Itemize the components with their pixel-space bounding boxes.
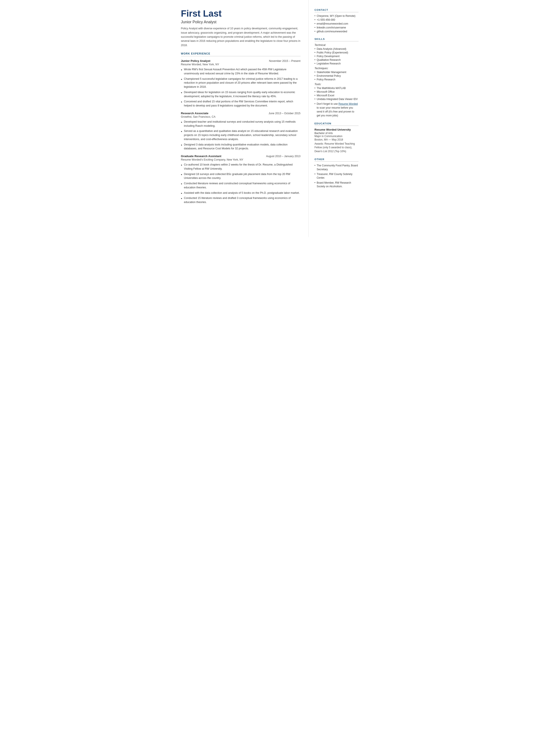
rw-note: Don't forget to use Resume Worded to sca…	[315, 102, 358, 118]
job-bullets-2: Co-authored 10 book chapters within 2 we…	[181, 163, 300, 204]
job-bullets-0: Wrote RW's first Sexual Assault Preventi…	[181, 68, 300, 108]
edu-block: Resume Worded University Bachelor of Art…	[315, 128, 358, 153]
list-item: github.com/resumeworded	[315, 30, 358, 33]
job-company-0: Resume Worded, New York, NY	[181, 63, 300, 66]
techniques-skills-list: Stakeholder Management Environmental Pol…	[315, 71, 358, 81]
contact-section: CONTACT Cheyenne, WY (Open to Remote) +1…	[315, 9, 358, 33]
list-item: Developed teacher and institutional surv…	[181, 120, 300, 128]
list-item: Policy Development	[315, 55, 358, 58]
list-item: Board Member, RW Research Society on Alc…	[315, 181, 358, 188]
job-dates-1: June 2013 – October 2015	[268, 112, 300, 115]
list-item: Wrote RW's first Sexual Assault Preventi…	[181, 68, 300, 76]
name-heading: First Last	[181, 9, 300, 18]
list-item: linkedin.com/in/username	[315, 26, 358, 29]
list-item: Microsoft Excel	[315, 94, 358, 97]
skills-header: SKILLS	[315, 38, 358, 42]
job-block-0: Junior Policy Analyst November 2015 – Pr…	[181, 59, 300, 108]
edu-major: Major in Communication	[315, 135, 358, 138]
list-item: Data Analysis (Advanced)	[315, 47, 358, 50]
job-title-2: Graduate Research Assistant	[181, 154, 221, 158]
list-item: Policy Research	[315, 78, 358, 81]
other-section: OTHER The Community Food Pantry, Board S…	[315, 158, 358, 188]
job-block-1: Research Associate June 2013 – October 2…	[181, 112, 300, 151]
other-header: OTHER	[315, 158, 358, 162]
list-item: Qualitative Research	[315, 58, 358, 61]
list-item: +1-555-456-000	[315, 18, 358, 21]
work-experience-section: WORK EXPERIENCE Junior Policy Analyst No…	[181, 52, 300, 204]
education-header: EDUCATION	[315, 122, 358, 126]
list-item: Assisted with the data collection and an…	[181, 191, 300, 195]
list-item: Conducted literature reviews and constru…	[181, 182, 300, 190]
right-column: CONTACT Cheyenne, WY (Open to Remote) +1…	[309, 0, 365, 237]
techniques-label: Techniques:	[315, 67, 358, 70]
list-item: The Community Food Pantry, Board Secreta…	[315, 164, 358, 171]
job-title-heading: Junior Policy Analyst	[181, 20, 300, 24]
other-list: The Community Food Pantry, Board Secreta…	[315, 164, 358, 188]
edu-degree: Bachelor of Arts	[315, 132, 358, 135]
list-item: Served as a quantitative and qualitative…	[181, 129, 300, 141]
list-item: Legislative Research	[315, 62, 358, 65]
edu-location-date: Boston, MA — May 2018	[315, 138, 358, 141]
rw-link[interactable]: Resume Worded	[339, 102, 358, 105]
education-section: EDUCATION Resume Worded University Bache…	[315, 122, 358, 153]
list-item: Conceived and drafted 15 vital portions …	[181, 99, 300, 108]
job-dates-2: August 2010 – January 2013	[266, 155, 300, 158]
list-item: Designed 3 data analysis tools including…	[181, 143, 300, 151]
list-item: Microsoft Office	[315, 90, 358, 93]
list-item: Environmental Policy	[315, 74, 358, 77]
job-bullets-1: Developed teacher and institutional surv…	[181, 120, 300, 151]
edu-school: Resume Worded University	[315, 128, 358, 131]
job-dates-0: November 2015 – Present	[269, 60, 300, 63]
list-item: The MathWorks MATLAB	[315, 87, 358, 90]
list-item: email@resumeworded.com	[315, 22, 358, 25]
list-item: Cheyenne, WY (Open to Remote)	[315, 14, 358, 17]
job-company-1: Growthsi, San Francisco, CA	[181, 115, 300, 118]
technical-label: Technical:	[315, 43, 358, 46]
list-item: Public Policy (Experienced)	[315, 51, 358, 54]
list-item: Stakeholder Management	[315, 71, 358, 74]
list-item: Unidata Integrated Data Viewer IDV	[315, 98, 358, 101]
rw-note-text: Don't forget to use Resume Worded to sca…	[317, 102, 358, 118]
summary-text: Policy Analyst with diverse experience o…	[181, 26, 300, 47]
list-item: Developed ideas for legislation on 15 is…	[181, 90, 300, 98]
edu-awards: Awards: Resume Worded Teaching Fellow (o…	[315, 142, 358, 153]
list-item: Designed 18 surveys and collected BSc gr…	[181, 172, 300, 181]
list-item: Treasurer, RW County Sobriety Center.	[315, 172, 358, 180]
tools-skills-list: The MathWorks MATLAB Microsoft Office Mi…	[315, 87, 358, 101]
skills-section: SKILLS Technical: Data Analysis (Advance…	[315, 38, 358, 118]
job-title-0: Junior Policy Analyst	[181, 59, 211, 63]
list-item: Championed 5 successful legislative camp…	[181, 77, 300, 89]
contact-header: CONTACT	[315, 9, 358, 12]
contact-list: Cheyenne, WY (Open to Remote) +1-555-456…	[315, 14, 358, 33]
list-item: Co-authored 10 book chapters within 2 we…	[181, 163, 300, 171]
technical-skills-list: Data Analysis (Advanced) Public Policy (…	[315, 47, 358, 65]
work-experience-header: WORK EXPERIENCE	[181, 52, 300, 56]
job-title-1: Research Associate	[181, 112, 209, 115]
left-column: First Last Junior Policy Analyst Policy …	[171, 0, 309, 237]
tools-label: Tools:	[315, 83, 358, 86]
job-company-2: Resume Worded's Exciting Company, New Yo…	[181, 158, 300, 161]
list-item: Conducted 15 literature reviews and draf…	[181, 196, 300, 204]
job-block-2: Graduate Research Assistant August 2010 …	[181, 154, 300, 204]
